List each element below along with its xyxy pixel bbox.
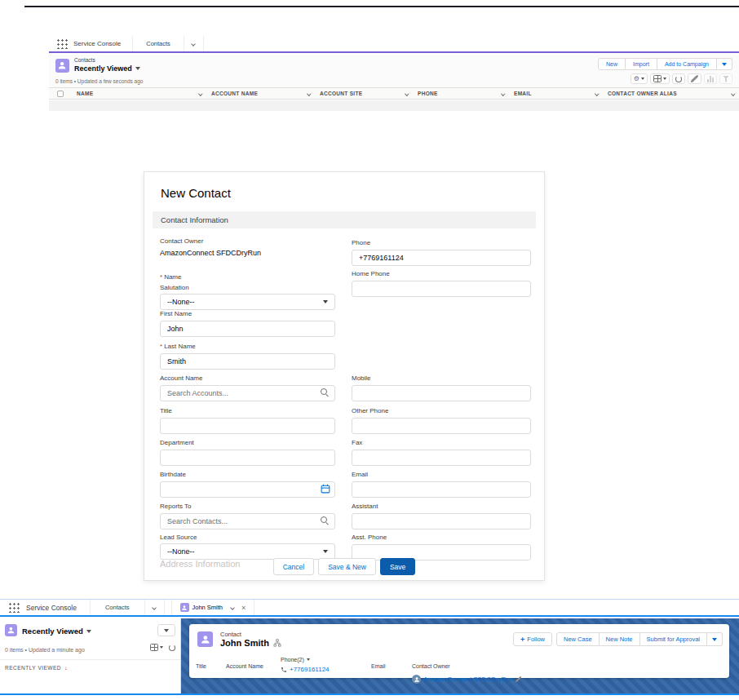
reports-to-search-input[interactable] [160,513,335,529]
follow-label: Follow [527,636,545,643]
import-button[interactable]: Import [626,58,657,70]
checkbox-icon [57,91,64,97]
tab-contacts[interactable]: Contacts [90,600,145,615]
list-view-selector[interactable]: Recently Viewed [74,64,140,73]
list-settings-button[interactable]: ⚙ [631,73,648,84]
charts-button[interactable] [704,73,717,84]
other-phone-input[interactable] [352,418,531,434]
column-header-account-site[interactable]: ACCOUNT SITE [315,88,413,99]
chevron-down-icon[interactable] [230,605,235,610]
console-main-area: Recently Viewed 0 items • Updated a minu… [0,618,739,693]
calendar-icon[interactable] [321,484,330,494]
list-view-selector[interactable]: Recently Viewed [22,627,91,636]
first-name-input[interactable] [160,321,335,337]
reports-to-lookup [160,512,335,529]
edit-list-button[interactable] [688,73,701,84]
app-launcher-icon[interactable] [8,602,20,613]
chevron-down-icon[interactable] [307,658,310,661]
salutation-select[interactable]: --None-- [160,294,335,310]
chevron-down-icon [501,91,505,95]
field-label: Home Phone [352,270,390,277]
save-button[interactable]: Save [380,558,415,575]
department-input[interactable] [160,450,335,466]
birthdate-input[interactable] [160,481,335,498]
add-to-campaign-button[interactable]: Add to Campaign [657,58,717,70]
filter-button[interactable] [719,73,732,84]
list-view-header: Contacts Recently Viewed 0 items • Updat… [49,55,739,87]
submit-for-approval-button[interactable]: Submit for Approval [640,632,707,646]
fax-input[interactable] [352,450,531,466]
field-label: Contact Owner [412,663,450,669]
account-search-input[interactable] [160,385,335,401]
select-all-checkbox[interactable] [49,88,72,99]
field-label: Lead Source [160,534,197,541]
refresh-button[interactable] [169,645,175,651]
phone-number-link[interactable]: +7769161124 [290,666,330,673]
close-tab-icon[interactable]: × [241,604,246,612]
save-and-new-button[interactable]: Save & New [318,558,376,575]
new-case-button[interactable]: New Case [556,632,600,646]
display-as-button[interactable] [150,644,163,651]
field-last-name: * Last Name [160,343,335,370]
field-label: Email [371,663,386,669]
list-view-name: Recently Viewed [74,64,132,73]
contacts-object-icon [55,59,69,73]
pencil-icon[interactable] [516,676,521,682]
record-name-text: John Smith [220,638,269,648]
tab-dropdown-button[interactable] [145,600,165,615]
field-label: Account Name [226,663,263,669]
mobile-input[interactable] [352,385,531,401]
field-reports-to: Reports To [160,503,335,529]
column-header-contact-owner-alias[interactable]: CONTACT OWNER ALIAS [603,88,739,99]
last-name-input[interactable] [160,353,335,370]
recently-viewed-heading[interactable]: RECENTLY VIEWED ↓ [5,665,68,671]
list-options-button[interactable] [157,624,175,636]
empty-table-body [49,100,739,111]
list-status-text: 0 items • Updated a few seconds ago [55,78,143,84]
home-phone-input[interactable] [352,281,531,297]
app-name[interactable]: Service Console [26,604,77,612]
more-record-actions-button[interactable] [707,632,723,646]
assistant-input[interactable] [352,513,531,529]
list-tools [150,644,175,651]
column-header-email[interactable]: EMAIL [509,88,603,99]
display-as-button[interactable] [650,73,670,84]
chevron-down-icon [160,646,163,649]
field-phone: Phone [352,239,531,266]
tab-dropdown-button[interactable] [184,36,204,51]
section-contact-information: Contact Information [153,211,536,228]
more-list-actions-button[interactable] [717,58,732,70]
phone-icon [281,667,287,673]
app-launcher-icon[interactable] [56,38,68,49]
chevron-down-icon [712,638,717,641]
sort-descending-icon: ↓ [64,665,68,671]
app-name[interactable]: Service Console [73,40,121,47]
field-asst-phone: Asst. Phone [352,534,531,560]
email-input[interactable] [352,481,531,498]
column-header-account-name[interactable]: ACCOUNT NAME [206,88,315,99]
contact-record-icon [197,631,213,647]
tab-contacts[interactable]: Contacts [132,36,184,51]
contact-owner-link[interactable]: AmazonConnect SFDCDryRun [423,676,513,683]
required-marker: * [160,343,162,350]
lead-source-select[interactable]: --None-- [160,543,335,560]
modal-title: New Contact [161,186,231,200]
new-note-button[interactable]: New Note [600,632,640,646]
chart-icon [707,76,714,82]
column-header-name[interactable]: NAME [72,88,206,99]
record-highlights-card: Contact John Smith + Follow New Case New… [189,624,729,678]
refresh-button[interactable] [672,73,685,84]
new-button[interactable]: New [598,58,626,70]
field-assistant: Assistant [352,503,531,529]
phone-input[interactable] [352,250,531,266]
tab-john-smith[interactable]: John Smith × [171,600,255,615]
field-label: Mobile [352,374,371,382]
column-header-phone[interactable]: PHONE [413,88,509,99]
title-input[interactable] [160,418,335,434]
field-contact-owner: Contact Owner AmazonConnect SFDCDryRun [412,657,521,684]
hierarchy-icon[interactable] [273,639,281,647]
follow-button[interactable]: + Follow [513,632,552,646]
cancel-button[interactable]: Cancel [273,558,314,575]
column-label: PHONE [418,91,438,96]
recently-viewed-label: RECENTLY VIEWED [5,665,61,671]
